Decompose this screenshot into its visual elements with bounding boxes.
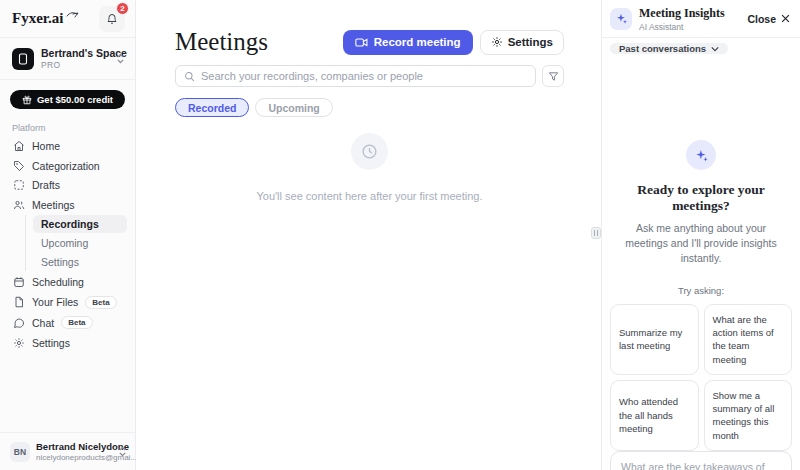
chevron-down-icon: [711, 46, 719, 52]
suggestion-card[interactable]: Summarize my last meeting: [610, 304, 699, 375]
main-header: Meetings Record meeting Settings: [175, 28, 564, 56]
sidebar-section-label: Platform: [0, 113, 135, 137]
video-camera-icon: [355, 37, 368, 48]
search-box: [175, 65, 536, 87]
draft-icon: [13, 179, 25, 191]
sidebar-item-your-files[interactable]: Your Files Beta: [8, 293, 127, 312]
sidebar: Fyxer.ai 2 Bertrand's Space PRO Get $50.…: [0, 0, 136, 470]
record-meeting-button[interactable]: Record meeting: [343, 30, 473, 55]
sidebar-subitem-settings[interactable]: Settings: [33, 253, 127, 271]
workspace-icon: [12, 48, 34, 70]
pill-upcoming[interactable]: Upcoming: [255, 98, 332, 117]
search-row: [175, 65, 564, 87]
page-title: Meetings: [175, 28, 268, 56]
close-label: Close: [747, 13, 776, 25]
beta-badge: Beta: [61, 316, 92, 329]
search-icon: [184, 71, 195, 82]
notification-badge: 2: [116, 2, 129, 15]
workspace-name: Bertrand's Space: [41, 47, 109, 59]
user-name: Bertrand Nicelydone: [36, 441, 112, 452]
assistant-hero: Ready to explore your meetings? Ask me a…: [610, 140, 792, 451]
user-menu[interactable]: BN Bertrand Nicelydone nicelydoneproduct…: [0, 432, 135, 470]
suggestion-card[interactable]: What are the action items of the team me…: [704, 304, 793, 375]
user-email: nicelydoneproducts@gmai...: [36, 453, 112, 462]
sidebar-item-settings[interactable]: Settings: [8, 334, 127, 352]
close-panel-button[interactable]: Close: [747, 13, 790, 25]
sidebar-header: Fyxer.ai 2: [0, 0, 135, 38]
user-meta: Bertrand Nicelydone nicelydoneproducts@g…: [36, 441, 112, 462]
sidebar-subitem-upcoming[interactable]: Upcoming: [33, 234, 127, 252]
sidebar-item-label: Categorization: [32, 160, 100, 172]
assistant-header: Meeting Insights AI Assistant Close: [602, 0, 800, 38]
assistant-subtitle: AI Assistant: [639, 22, 740, 32]
assistant-input[interactable]: [610, 451, 792, 470]
funnel-icon: [548, 71, 559, 82]
clock-icon: [361, 143, 378, 160]
empty-state: You'll see content here after your first…: [175, 133, 564, 202]
workspace-plan: PRO: [41, 60, 109, 70]
sparkle-icon: [615, 12, 628, 25]
sidebar-item-chat[interactable]: Chat Beta: [8, 313, 127, 332]
settings-button-label: Settings: [508, 36, 553, 48]
suggestion-card[interactable]: Show me a summary of all meetings this m…: [704, 380, 793, 451]
past-conversations-label: Past conversations: [619, 43, 706, 54]
gear-icon: [491, 36, 503, 48]
sidebar-subitem-label: Settings: [41, 256, 79, 268]
sidebar-nav: Home Categorization Drafts Meetings Reco…: [0, 137, 135, 353]
main-content: Meetings Record meeting Settings: [136, 0, 601, 470]
sidebar-subitem-recordings[interactable]: Recordings: [33, 215, 127, 233]
home-icon: [13, 140, 25, 152]
gift-icon: [22, 95, 32, 105]
sidebar-item-scheduling[interactable]: Scheduling: [8, 273, 127, 291]
chevron-updown-icon: [118, 446, 127, 457]
sidebar-item-label: Scheduling: [32, 276, 84, 288]
sidebar-item-drafts[interactable]: Drafts: [8, 176, 127, 194]
panel-resize-handle[interactable]: [591, 227, 601, 239]
sidebar-item-label: Home: [32, 140, 60, 152]
suggestion-cards: Summarize my last meeting What are the a…: [610, 304, 792, 451]
sidebar-item-label: Meetings: [32, 199, 75, 211]
pill-recorded[interactable]: Recorded: [175, 98, 249, 117]
close-icon: [781, 14, 790, 23]
empty-state-circle: [351, 133, 388, 170]
sidebar-subitem-label: Upcoming: [41, 237, 88, 249]
app-logo: Fyxer.ai: [12, 10, 79, 27]
sidebar-item-label: Drafts: [32, 179, 60, 191]
bell-icon: [106, 13, 118, 25]
app-logo-text: Fyxer.ai: [12, 10, 64, 27]
suggestion-card[interactable]: Who attended the all hands meeting: [610, 380, 699, 451]
sidebar-spacer: [0, 353, 135, 432]
assistant-heading: Ready to explore your meetings?: [610, 182, 792, 214]
hero-sparkle-circle: [686, 140, 716, 170]
get-credit-button[interactable]: Get $50.00 credit: [10, 90, 125, 109]
sidebar-item-meetings[interactable]: Meetings: [8, 196, 127, 214]
record-meeting-label: Record meeting: [374, 36, 461, 48]
past-conversations-button[interactable]: Past conversations: [610, 43, 728, 54]
meetings-submenu: Recordings Upcoming Settings: [25, 215, 127, 271]
assistant-title: Meeting Insights: [639, 6, 740, 21]
sidebar-item-home[interactable]: Home: [8, 137, 127, 155]
search-input[interactable]: [201, 70, 527, 82]
sparkle-icon: [694, 148, 709, 163]
chevron-updown-icon: [116, 53, 125, 64]
assistant-input-area: [610, 451, 792, 470]
sidebar-item-label: Your Files: [32, 296, 78, 308]
workspace-selector[interactable]: Bertrand's Space PRO: [0, 38, 135, 80]
assistant-description: Ask me anything about your meetings and …: [616, 221, 786, 267]
empty-state-text: You'll see content here after your first…: [256, 190, 482, 202]
logo-doodle-icon: [66, 10, 79, 20]
avatar: BN: [10, 442, 30, 462]
sidebar-subitem-label: Recordings: [41, 218, 99, 230]
calendar-icon: [13, 276, 25, 288]
meeting-settings-button[interactable]: Settings: [480, 30, 564, 55]
assistant-body: Past conversations Ready to explore your…: [602, 38, 800, 470]
sidebar-item-label: Chat: [32, 317, 54, 329]
gear-icon: [13, 337, 25, 349]
filter-button[interactable]: [542, 65, 564, 87]
title-actions: Record meeting Settings: [343, 30, 564, 55]
sidebar-item-label: Settings: [32, 337, 70, 349]
try-asking-label: Try asking:: [678, 285, 724, 296]
tag-icon: [13, 160, 25, 172]
notifications-button[interactable]: 2: [99, 6, 125, 32]
sidebar-item-categorization[interactable]: Categorization: [8, 157, 127, 175]
